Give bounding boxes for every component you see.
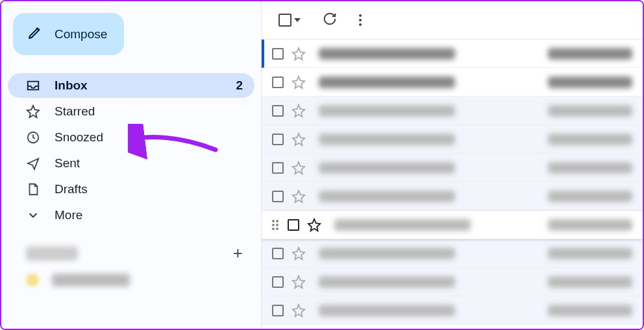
compose-button[interactable]: Compose: [13, 13, 124, 55]
email-subject: [548, 276, 632, 288]
sidebar-item-more[interactable]: More: [8, 203, 254, 228]
labels-header: +: [8, 229, 254, 267]
label-name: [52, 274, 130, 287]
sidebar-item-sent[interactable]: Sent: [8, 151, 254, 176]
nav-list: Inbox 2 Starred Snoozed Sent: [8, 73, 254, 228]
email-row[interactable]: [262, 239, 643, 268]
more-menu-button[interactable]: [359, 14, 362, 26]
email-subject: [548, 191, 632, 202]
email-row[interactable]: [262, 182, 643, 211]
email-sender: [319, 77, 455, 88]
row-checkbox[interactable]: [272, 105, 284, 117]
label-item[interactable]: [8, 267, 254, 293]
email-sender: [319, 248, 455, 259]
sidebar-item-label: More: [55, 208, 243, 222]
email-subject: [548, 219, 632, 231]
email-row[interactable]: [262, 154, 643, 182]
email-subject: [548, 48, 632, 60]
star-icon[interactable]: [291, 246, 306, 261]
sidebar-item-label: Snoozed: [55, 130, 243, 145]
email-sender: [319, 276, 455, 288]
email-sender: [319, 48, 455, 60]
email-sender: [319, 105, 455, 117]
email-sender: [319, 134, 455, 145]
email-list: [262, 40, 643, 329]
star-icon[interactable]: [291, 161, 306, 175]
sidebar: Compose Inbox 2 Starred Snoozed: [1, 1, 261, 329]
sidebar-item-label: Inbox: [55, 78, 221, 93]
checkbox-icon: [279, 14, 291, 27]
email-row[interactable]: [262, 97, 643, 125]
sidebar-item-label: Starred: [55, 104, 243, 119]
star-icon[interactable]: [291, 189, 306, 204]
row-checkbox[interactable]: [272, 305, 284, 316]
row-checkbox[interactable]: [288, 219, 299, 231]
refresh-button[interactable]: [323, 12, 337, 29]
sidebar-item-label: Sent: [55, 156, 243, 171]
email-sender: [319, 191, 455, 202]
email-row[interactable]: [262, 125, 643, 154]
row-checkbox[interactable]: [272, 134, 284, 145]
inbox-icon: [26, 78, 40, 93]
compose-label: Compose: [55, 27, 107, 41]
select-all-checkbox[interactable]: [279, 14, 301, 27]
star-icon[interactable]: [291, 75, 306, 89]
email-subject: [548, 134, 632, 145]
email-row[interactable]: [262, 40, 643, 68]
inbox-badge: 2: [236, 78, 243, 93]
drag-handle-icon[interactable]: [272, 220, 279, 230]
send-icon: [26, 156, 40, 171]
email-sender: [334, 219, 471, 231]
email-subject: [548, 305, 632, 316]
email-subject: [548, 248, 632, 259]
sidebar-item-inbox[interactable]: Inbox 2: [8, 73, 254, 98]
file-icon: [26, 182, 40, 196]
star-icon[interactable]: [291, 104, 306, 118]
email-sender: [319, 305, 455, 316]
main-panel: [261, 1, 643, 329]
email-row[interactable]: [262, 68, 643, 97]
toolbar: [262, 1, 643, 40]
star-icon[interactable]: [291, 275, 306, 289]
row-checkbox[interactable]: [272, 248, 284, 259]
email-subject: [548, 77, 632, 88]
star-icon: [26, 104, 40, 119]
row-checkbox[interactable]: [272, 48, 284, 60]
pencil-icon: [27, 25, 43, 43]
email-row[interactable]: [262, 211, 643, 239]
row-checkbox[interactable]: [272, 77, 284, 88]
email-sender: [319, 162, 455, 174]
label-color-icon: [26, 274, 39, 287]
star-icon[interactable]: [291, 132, 306, 147]
clock-icon: [26, 130, 40, 145]
star-icon[interactable]: [307, 218, 321, 232]
email-subject: [548, 162, 632, 174]
email-subject: [548, 105, 632, 117]
add-label-button[interactable]: +: [233, 243, 243, 263]
sidebar-item-label: Drafts: [55, 182, 243, 196]
email-row[interactable]: [262, 268, 643, 296]
chevron-down-icon: [294, 18, 301, 22]
chevron-down-icon: [26, 208, 40, 222]
star-icon[interactable]: [291, 47, 306, 61]
row-checkbox[interactable]: [272, 191, 284, 202]
labels-heading: [26, 246, 78, 261]
sidebar-item-drafts[interactable]: Drafts: [8, 177, 254, 202]
row-checkbox[interactable]: [272, 276, 284, 288]
star-icon[interactable]: [291, 303, 306, 318]
email-row[interactable]: [262, 296, 643, 325]
row-checkbox[interactable]: [272, 162, 284, 174]
sidebar-item-snoozed[interactable]: Snoozed: [8, 125, 254, 150]
sidebar-item-starred[interactable]: Starred: [8, 99, 254, 124]
